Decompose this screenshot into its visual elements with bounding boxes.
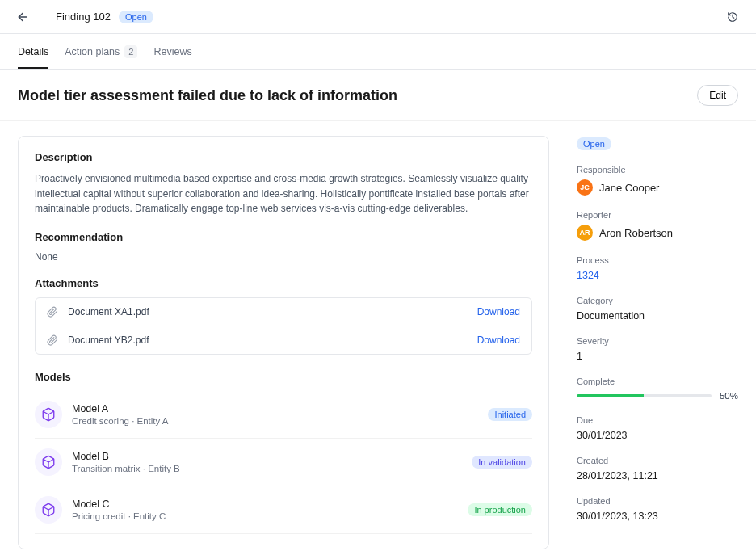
model-status-badge: Initiated bbox=[488, 408, 532, 421]
reporter-label: Reporter bbox=[577, 210, 738, 220]
model-subtitle: Transition matrix · Entity B bbox=[72, 464, 472, 473]
download-link[interactable]: Download bbox=[477, 306, 520, 318]
responsible-name: Jane Cooper bbox=[599, 182, 659, 194]
tab-action-plans[interactable]: Action plans 2 bbox=[65, 45, 137, 69]
tab-label: Details bbox=[18, 46, 48, 57]
status-pill: Open bbox=[577, 137, 611, 150]
avatar: JC bbox=[577, 179, 593, 196]
created-value: 28/01/2023, 11:21 bbox=[577, 470, 738, 482]
due-label: Due bbox=[577, 415, 738, 425]
description-heading: Description bbox=[35, 151, 532, 163]
paperclip-icon bbox=[47, 334, 60, 346]
breadcrumb-title: Finding 102 bbox=[56, 11, 111, 23]
process-link[interactable]: 1324 bbox=[577, 270, 599, 281]
severity-value: 1 bbox=[577, 351, 738, 362]
attachment-row: Document XA1.pdf Download bbox=[36, 298, 531, 326]
reporter-user[interactable]: AR Aron Robertson bbox=[577, 225, 738, 241]
attachment-name: Document YB2.pdf bbox=[68, 334, 477, 346]
models-heading: Models bbox=[35, 371, 532, 383]
model-subtitle: Credit scoring · Entity A bbox=[72, 416, 488, 426]
model-name: Model A bbox=[72, 403, 488, 414]
page-header: Model tier assessment failed due to lack… bbox=[0, 70, 756, 121]
details-card: Description Proactively envisioned multi… bbox=[18, 136, 549, 549]
model-status-badge: In production bbox=[468, 503, 532, 516]
complete-label: Complete bbox=[577, 376, 738, 386]
created-label: Created bbox=[577, 456, 738, 465]
attachment-name: Document XA1.pdf bbox=[68, 306, 477, 318]
cube-icon bbox=[35, 448, 62, 476]
model-row[interactable]: Model A Credit scoring · Entity A Initia… bbox=[35, 391, 532, 439]
attachments-heading: Attachments bbox=[35, 277, 532, 289]
category-label: Category bbox=[577, 296, 738, 305]
tab-label: Reviews bbox=[153, 46, 191, 57]
paperclip-icon bbox=[47, 306, 60, 318]
process-label: Process bbox=[577, 255, 738, 265]
divider bbox=[44, 9, 44, 25]
recommendation-value: None bbox=[35, 251, 532, 263]
recommendation-heading: Recommendation bbox=[35, 231, 532, 243]
meta-sidebar: Open Responsible JC Jane Cooper Reporter… bbox=[577, 136, 738, 536]
page-title: Model tier assessment failed due to lack… bbox=[18, 87, 697, 104]
tab-bar: Details Action plans 2 Reviews bbox=[0, 34, 756, 70]
arrow-left-icon bbox=[16, 11, 29, 23]
tab-details[interactable]: Details bbox=[18, 46, 48, 69]
model-name: Model C bbox=[72, 498, 468, 510]
tab-reviews[interactable]: Reviews bbox=[153, 46, 191, 69]
model-row[interactable]: Model B Transition matrix · Entity B In … bbox=[35, 439, 532, 486]
model-row[interactable]: Model C Pricing credit · Entity C In pro… bbox=[35, 486, 532, 534]
tab-count-badge: 2 bbox=[124, 45, 137, 58]
category-value: Documentation bbox=[577, 310, 738, 322]
progress-percent: 50% bbox=[720, 391, 738, 401]
top-bar: Finding 102 Open bbox=[0, 0, 756, 34]
due-value: 30/01/2023 bbox=[577, 430, 738, 441]
description-text: Proactively envisioned multimedia based … bbox=[35, 171, 532, 217]
cube-icon bbox=[35, 496, 62, 524]
status-badge: Open bbox=[119, 11, 153, 23]
avatar: AR bbox=[577, 225, 593, 241]
model-status-badge: In validation bbox=[472, 456, 532, 469]
history-icon bbox=[727, 11, 738, 23]
back-button[interactable] bbox=[13, 7, 32, 27]
reporter-name: Aron Robertson bbox=[599, 227, 673, 239]
attachments-list: Document XA1.pdf Download Document YB2.p… bbox=[35, 297, 532, 355]
responsible-user[interactable]: JC Jane Cooper bbox=[577, 179, 738, 196]
edit-button[interactable]: Edit bbox=[697, 85, 738, 106]
severity-label: Severity bbox=[577, 336, 738, 346]
download-link[interactable]: Download bbox=[477, 334, 520, 346]
model-subtitle: Pricing credit · Entity C bbox=[72, 511, 468, 521]
attachment-row: Document YB2.pdf Download bbox=[36, 326, 531, 354]
cube-icon bbox=[35, 401, 62, 428]
progress-bar: 50% bbox=[577, 391, 738, 401]
model-name: Model B bbox=[72, 451, 472, 462]
responsible-label: Responsible bbox=[577, 165, 738, 175]
updated-label: Updated bbox=[577, 496, 738, 506]
updated-value: 30/01/2023, 13:23 bbox=[577, 511, 738, 522]
history-button[interactable] bbox=[722, 6, 743, 27]
tab-label: Action plans bbox=[65, 46, 120, 57]
